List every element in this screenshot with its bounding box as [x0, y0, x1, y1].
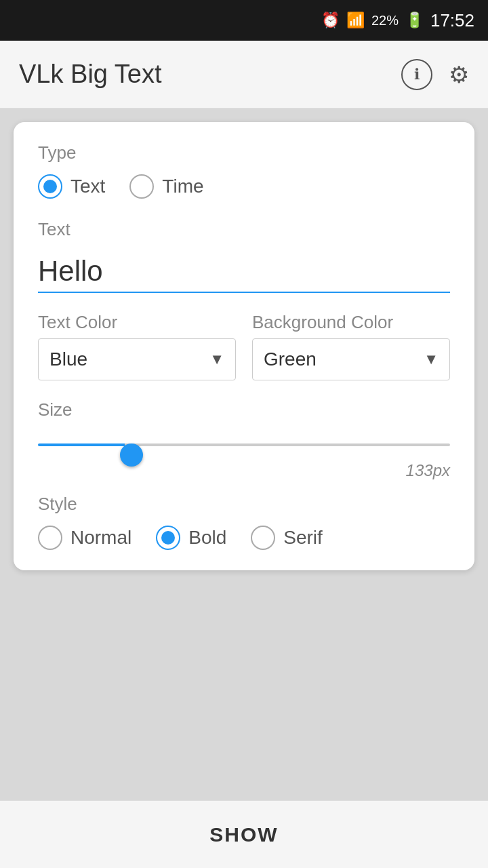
type-text-option[interactable]: Text	[38, 174, 105, 199]
app-title: VLk Big Text	[19, 60, 162, 89]
bg-color-arrow: ▼	[424, 351, 439, 368]
style-radio-group: Normal Bold Serif	[38, 526, 450, 550]
settings-card: Type Text Time Text Text Color Blu	[14, 122, 474, 570]
size-section: Size 133px	[38, 399, 450, 480]
info-button[interactable]: ℹ	[401, 59, 432, 90]
settings-button[interactable]: ⚙	[449, 61, 469, 88]
style-normal-label: Normal	[70, 527, 131, 549]
main-content: Type Text Time Text Text Color Blu	[0, 108, 488, 800]
style-label: Style	[38, 494, 450, 515]
size-slider-container	[38, 431, 450, 458]
style-normal-option[interactable]: Normal	[38, 526, 131, 550]
style-normal-radio[interactable]	[38, 526, 62, 550]
text-input[interactable]	[38, 251, 450, 293]
style-serif-radio[interactable]	[251, 526, 275, 550]
type-time-label: Time	[162, 176, 203, 197]
type-text-label: Text	[70, 176, 105, 197]
type-time-radio[interactable]	[129, 174, 154, 199]
style-bold-label: Bold	[188, 527, 226, 549]
bg-color-group: Background Color Green ▼	[252, 312, 450, 380]
text-color-dropdown[interactable]: Blue ▼	[38, 338, 236, 380]
battery-percentage: 22%	[371, 13, 399, 28]
info-icon: ℹ	[414, 66, 420, 83]
style-bold-radio[interactable]	[156, 526, 180, 550]
size-label: Size	[38, 399, 450, 420]
type-radio-group: Text Time	[38, 174, 450, 199]
style-section: Style Normal Bold Serif	[38, 494, 450, 550]
type-text-radio-fill	[43, 180, 57, 193]
type-label: Type	[38, 142, 450, 163]
text-color-arrow: ▼	[209, 351, 224, 368]
status-icons: ⏰ 📶 22% 🔋 17:52	[321, 10, 474, 31]
battery-icon: 🔋	[405, 12, 424, 29]
size-slider[interactable]	[38, 431, 450, 458]
text-label: Text	[38, 219, 450, 240]
color-row: Text Color Blue ▼ Background Color Green…	[38, 312, 450, 380]
app-bar: VLk Big Text ℹ ⚙	[0, 41, 488, 108]
status-bar: ⏰ 📶 22% 🔋 17:52	[0, 0, 488, 41]
text-section: Text	[38, 219, 450, 293]
status-time: 17:52	[430, 10, 474, 31]
text-color-label: Text Color	[38, 312, 236, 333]
bottom-bar: SHOW	[0, 800, 488, 868]
text-color-value: Blue	[49, 349, 87, 370]
type-text-radio[interactable]	[38, 174, 62, 199]
app-bar-icons: ℹ ⚙	[401, 59, 469, 90]
bg-color-label: Background Color	[252, 312, 450, 333]
style-bold-radio-fill	[161, 531, 175, 545]
alarm-icon: ⏰	[321, 12, 340, 29]
size-value: 133px	[38, 461, 450, 480]
style-serif-option[interactable]: Serif	[251, 526, 323, 550]
text-color-group: Text Color Blue ▼	[38, 312, 236, 380]
style-bold-option[interactable]: Bold	[156, 526, 226, 550]
show-button[interactable]: SHOW	[0, 801, 488, 868]
bg-color-value: Green	[264, 349, 317, 370]
style-serif-label: Serif	[283, 527, 323, 549]
signal-icon: 📶	[346, 12, 365, 29]
type-time-option[interactable]: Time	[129, 174, 203, 199]
bg-color-dropdown[interactable]: Green ▼	[252, 338, 450, 380]
